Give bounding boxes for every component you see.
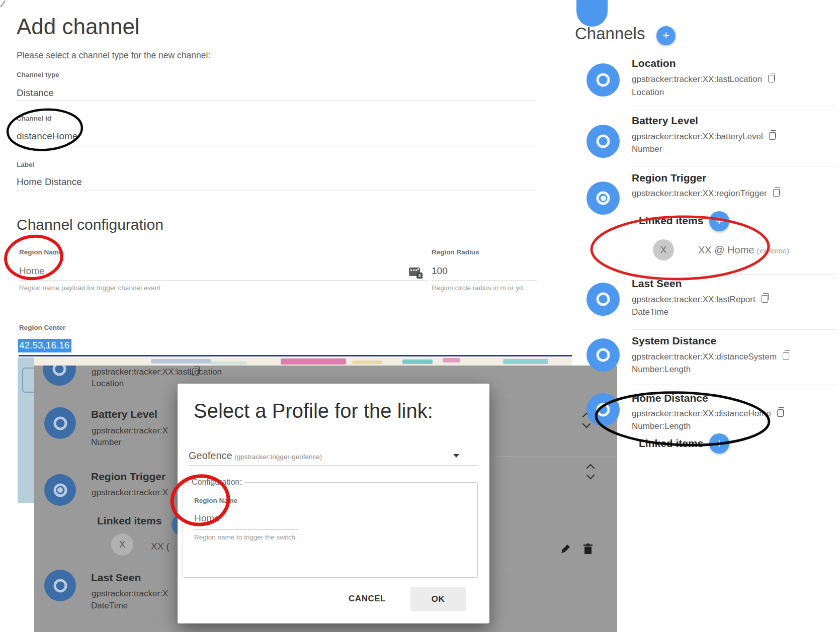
dialog-region-name-label: Region Name [194, 497, 237, 504]
bg-location-type: Location [92, 379, 124, 389]
battery-channel-icon[interactable] [586, 125, 620, 158]
list-divider [632, 385, 837, 385]
region-name-hint: Region name payload for trigger channel … [19, 284, 160, 292]
scrolled-fab-fragment [576, 0, 608, 27]
channel-type-underline [17, 101, 537, 101]
region-name-underline [19, 280, 429, 281]
radio-unchecked-icon [597, 135, 610, 148]
location-channel-icon[interactable] [586, 63, 620, 97]
radio-unchecked-icon [597, 73, 610, 87]
channel-type: Number:Length [632, 365, 691, 375]
dialog-region-name-input[interactable]: Home [194, 513, 220, 524]
last-seen-channel-icon[interactable] [586, 283, 620, 316]
channel-uid: gpstracker:tracker:XX:lastLocation [632, 74, 775, 84]
linked-item-name[interactable]: XX @ Home (xxHome) [698, 244, 789, 256]
radio-unchecked-icon [53, 366, 66, 376]
channel-type: Number [632, 144, 662, 154]
radio-unchecked-icon [53, 416, 67, 430]
channels-panel-title: Channels [575, 24, 645, 43]
channel-title: Last Seen [632, 278, 682, 290]
bg-location-uid: gpstracker:tracker:XX:lastLocation [92, 367, 222, 377]
list-divider [632, 107, 837, 107]
cancel-button[interactable]: CANCEL [340, 588, 395, 610]
channel-uid-text: gpstracker:tracker:XX:distanceHome [632, 409, 771, 418]
corner-artifact [1, 1, 5, 7]
radio-unchecked-icon [597, 403, 610, 417]
list-divider [632, 274, 837, 275]
region-radius-input[interactable]: 100 [432, 265, 448, 277]
profile-select[interactable]: Geofence (gpstracker:trigger-geofence) [189, 450, 322, 462]
label-field-input[interactable]: Home Distance [17, 176, 82, 188]
add-linked-item-button[interactable]: + [709, 433, 729, 454]
bg-battery-uid: gpstracker:tracker:X [92, 426, 168, 436]
channel-title: Region Trigger [632, 172, 706, 184]
add-channel-button[interactable]: + [656, 26, 676, 45]
dropdown-caret-icon[interactable] [453, 454, 459, 458]
copy-icon[interactable] [769, 132, 776, 140]
channel-uid-text: gpstracker:tracker:XX:lastReport [632, 295, 755, 304]
radio-unchecked-icon [597, 348, 610, 362]
channel-uid-text: gpstracker:tracker:XX:batteryLevel [632, 132, 763, 141]
map-control-icon [22, 368, 34, 393]
bg-last-seen-type: DateTime [91, 601, 128, 611]
channel-type: DateTime [632, 307, 668, 317]
bg-last-seen-uid: gpstracker:tracker:X [92, 589, 168, 599]
configuration-legend: Configuration: [189, 478, 244, 487]
profile-selected-uid: (gpstracker:trigger-geofence) [234, 453, 322, 461]
bg-linked-item-name: XX ( [151, 541, 170, 552]
copy-icon[interactable] [762, 295, 768, 303]
radio-checked-icon [597, 192, 610, 205]
channel-uid-text: gpstracker:tracker:XX:regionTrigger [632, 189, 767, 198]
form-filler-icon[interactable]: 3 [409, 267, 420, 276]
region-radius-label: Region Radius [432, 248, 479, 256]
bg-region-trigger-uid: gpstracker:tracker:X [92, 488, 168, 498]
add-linked-item-button[interactable]: + [709, 211, 729, 231]
linked-item-avatar: X [653, 239, 674, 260]
filler-dots-icon [410, 269, 412, 271]
channel-title: Battery Level [632, 115, 698, 127]
region-name-input[interactable]: Home [19, 265, 45, 277]
label-field-underline [17, 191, 537, 191]
region-radius-underline [431, 280, 537, 281]
radio-unchecked-icon [53, 579, 67, 592]
channel-id-input[interactable]: distanceHome [17, 131, 77, 142]
trash-icon [582, 543, 594, 555]
home-distance-channel-icon[interactable] [586, 393, 620, 426]
ok-button[interactable]: OK [410, 587, 466, 611]
map-sea-sliver [18, 357, 34, 503]
channel-id-label: Channel Id [17, 115, 51, 122]
label-field-label: Label [17, 161, 34, 168]
copy-icon[interactable] [783, 352, 789, 360]
bg-battery-type: Number [91, 437, 121, 447]
bg-battery-channel-icon [44, 407, 76, 439]
channel-uid: gpstracker:tracker:XX:distanceHome [632, 409, 784, 419]
map-fragment [443, 358, 460, 363]
region-name-label: Region Name [19, 248, 62, 256]
copy-icon[interactable] [768, 75, 775, 82]
region-trigger-channel-icon[interactable] [586, 182, 620, 215]
radio-unchecked-icon [597, 293, 610, 306]
bg-linked-item-avatar: X [111, 533, 133, 556]
channel-type-value[interactable]: Distance [17, 87, 54, 99]
bg-location-channel-icon [43, 366, 76, 386]
edit-pencil-icon [559, 543, 571, 555]
map-preview-sliver [34, 357, 572, 366]
channel-title: System Distance [632, 335, 716, 347]
region-center-input[interactable]: 42.53,16.16 [18, 339, 71, 352]
copy-icon[interactable] [777, 409, 784, 417]
form-intro-text: Please select a channel type for the new… [17, 50, 210, 61]
channel-uid: gpstracker:tracker:XX:batteryLevel [632, 132, 776, 142]
system-distance-channel-icon[interactable] [586, 338, 620, 372]
copy-icon[interactable] [773, 189, 780, 197]
bg-region-trigger-channel-icon [44, 474, 76, 506]
page-title: Add channel [17, 14, 140, 39]
map-fragment [281, 358, 346, 365]
region-center-label: Region Center [19, 324, 65, 331]
channel-uid-text: gpstracker:tracker:XX:lastLocation [632, 74, 762, 84]
copy-icon [192, 369, 199, 376]
region-center-focus-underline [19, 355, 572, 356]
map-fragment [211, 362, 246, 365]
channel-type: Location [632, 87, 664, 98]
list-divider [632, 329, 837, 330]
channel-title: Location [632, 57, 676, 69]
